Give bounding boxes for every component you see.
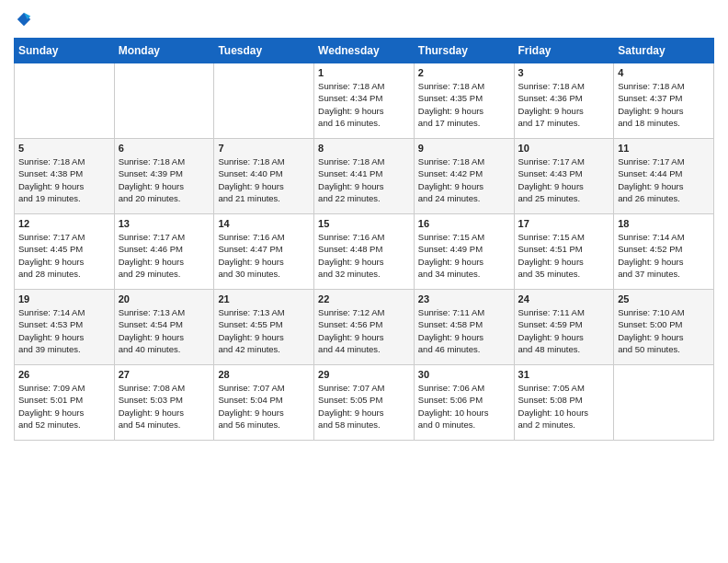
- day-number: 21: [218, 293, 310, 304]
- day-cell-3: 3Sunrise: 7:18 AM Sunset: 4:36 PM Daylig…: [514, 63, 614, 139]
- day-number: 9: [418, 143, 510, 154]
- day-cell-9: 9Sunrise: 7:18 AM Sunset: 4:42 PM Daylig…: [414, 139, 514, 214]
- day-cell-15: 15Sunrise: 7:16 AM Sunset: 4:48 PM Dayli…: [314, 214, 415, 290]
- day-info: Sunrise: 7:18 AM Sunset: 4:37 PM Dayligh…: [618, 80, 710, 129]
- day-cell-7: 7Sunrise: 7:18 AM Sunset: 4:40 PM Daylig…: [214, 139, 314, 214]
- day-info: Sunrise: 7:18 AM Sunset: 4:41 PM Dayligh…: [318, 155, 410, 204]
- day-cell-17: 17Sunrise: 7:15 AM Sunset: 4:51 PM Dayli…: [514, 214, 614, 290]
- day-number: 12: [18, 218, 110, 229]
- day-info: Sunrise: 7:08 AM Sunset: 5:03 PM Dayligh…: [119, 382, 210, 431]
- weekday-tuesday: Tuesday: [214, 39, 314, 63]
- day-info: Sunrise: 7:18 AM Sunset: 4:39 PM Dayligh…: [119, 155, 210, 204]
- day-number: 2: [418, 67, 510, 78]
- day-info: Sunrise: 7:06 AM Sunset: 5:06 PM Dayligh…: [418, 382, 510, 431]
- day-info: Sunrise: 7:18 AM Sunset: 4:40 PM Dayligh…: [218, 155, 310, 204]
- day-number: 13: [119, 218, 210, 229]
- day-number: 24: [518, 293, 610, 304]
- weekday-friday: Friday: [514, 39, 614, 63]
- day-cell-18: 18Sunrise: 7:14 AM Sunset: 4:52 PM Dayli…: [614, 214, 714, 290]
- day-info: Sunrise: 7:14 AM Sunset: 4:53 PM Dayligh…: [18, 306, 110, 355]
- day-number: 3: [518, 67, 610, 78]
- day-number: 4: [618, 67, 710, 78]
- empty-cell: [614, 365, 714, 441]
- day-info: Sunrise: 7:18 AM Sunset: 4:38 PM Dayligh…: [18, 155, 110, 204]
- weekday-saturday: Saturday: [614, 39, 714, 63]
- page: SundayMondayTuesdayWednesdayThursdayFrid…: [0, 0, 728, 450]
- empty-cell: [114, 63, 214, 139]
- day-cell-2: 2Sunrise: 7:18 AM Sunset: 4:35 PM Daylig…: [414, 63, 514, 139]
- day-info: Sunrise: 7:11 AM Sunset: 4:59 PM Dayligh…: [518, 306, 610, 355]
- day-info: Sunrise: 7:14 AM Sunset: 4:52 PM Dayligh…: [618, 231, 710, 280]
- day-info: Sunrise: 7:18 AM Sunset: 4:36 PM Dayligh…: [518, 80, 610, 129]
- day-number: 23: [418, 293, 510, 304]
- day-cell-26: 26Sunrise: 7:09 AM Sunset: 5:01 PM Dayli…: [15, 365, 115, 441]
- header: [14, 9, 714, 29]
- day-cell-8: 8Sunrise: 7:18 AM Sunset: 4:41 PM Daylig…: [314, 139, 415, 214]
- day-cell-31: 31Sunrise: 7:05 AM Sunset: 5:08 PM Dayli…: [514, 365, 614, 441]
- day-cell-29: 29Sunrise: 7:07 AM Sunset: 5:05 PM Dayli…: [314, 365, 415, 441]
- weekday-sunday: Sunday: [15, 39, 115, 63]
- day-number: 18: [618, 218, 710, 229]
- weekday-monday: Monday: [114, 39, 214, 63]
- day-number: 16: [418, 218, 510, 229]
- day-number: 27: [119, 369, 210, 380]
- day-cell-14: 14Sunrise: 7:16 AM Sunset: 4:47 PM Dayli…: [214, 214, 314, 290]
- day-cell-11: 11Sunrise: 7:17 AM Sunset: 4:44 PM Dayli…: [614, 139, 714, 214]
- day-info: Sunrise: 7:16 AM Sunset: 4:47 PM Dayligh…: [218, 231, 310, 280]
- day-cell-19: 19Sunrise: 7:14 AM Sunset: 4:53 PM Dayli…: [15, 290, 115, 365]
- day-info: Sunrise: 7:07 AM Sunset: 5:05 PM Dayligh…: [318, 382, 410, 431]
- day-info: Sunrise: 7:10 AM Sunset: 5:00 PM Dayligh…: [618, 306, 710, 355]
- day-cell-6: 6Sunrise: 7:18 AM Sunset: 4:39 PM Daylig…: [114, 139, 214, 214]
- day-number: 5: [18, 143, 110, 154]
- day-number: 25: [618, 293, 710, 304]
- day-info: Sunrise: 7:11 AM Sunset: 4:58 PM Dayligh…: [418, 306, 510, 355]
- svg-marker-0: [17, 12, 30, 25]
- day-number: 11: [618, 143, 710, 154]
- day-number: 6: [119, 143, 210, 154]
- day-cell-25: 25Sunrise: 7:10 AM Sunset: 5:00 PM Dayli…: [614, 290, 714, 365]
- logo-icon: [16, 11, 32, 28]
- day-number: 17: [518, 218, 610, 229]
- day-number: 29: [318, 369, 410, 380]
- weekday-thursday: Thursday: [414, 39, 514, 63]
- empty-cell: [15, 63, 115, 139]
- day-cell-5: 5Sunrise: 7:18 AM Sunset: 4:38 PM Daylig…: [15, 139, 115, 214]
- week-row-1: 1Sunrise: 7:18 AM Sunset: 4:34 PM Daylig…: [15, 63, 714, 139]
- day-info: Sunrise: 7:18 AM Sunset: 4:42 PM Dayligh…: [418, 155, 510, 204]
- day-cell-24: 24Sunrise: 7:11 AM Sunset: 4:59 PM Dayli…: [514, 290, 614, 365]
- week-row-4: 19Sunrise: 7:14 AM Sunset: 4:53 PM Dayli…: [15, 290, 714, 365]
- day-number: 26: [18, 369, 110, 380]
- day-info: Sunrise: 7:09 AM Sunset: 5:01 PM Dayligh…: [18, 382, 110, 431]
- day-number: 7: [218, 143, 310, 154]
- day-number: 31: [518, 369, 610, 380]
- day-info: Sunrise: 7:17 AM Sunset: 4:44 PM Dayligh…: [618, 155, 710, 204]
- day-info: Sunrise: 7:18 AM Sunset: 4:34 PM Dayligh…: [318, 80, 410, 129]
- day-number: 1: [318, 67, 410, 78]
- week-row-3: 12Sunrise: 7:17 AM Sunset: 4:45 PM Dayli…: [15, 214, 714, 290]
- day-info: Sunrise: 7:13 AM Sunset: 4:55 PM Dayligh…: [218, 306, 310, 355]
- day-info: Sunrise: 7:17 AM Sunset: 4:45 PM Dayligh…: [18, 231, 110, 280]
- day-info: Sunrise: 7:12 AM Sunset: 4:56 PM Dayligh…: [318, 306, 410, 355]
- day-cell-13: 13Sunrise: 7:17 AM Sunset: 4:46 PM Dayli…: [114, 214, 214, 290]
- day-info: Sunrise: 7:15 AM Sunset: 4:51 PM Dayligh…: [518, 231, 610, 280]
- day-number: 8: [318, 143, 410, 154]
- day-info: Sunrise: 7:13 AM Sunset: 4:54 PM Dayligh…: [119, 306, 210, 355]
- weekday-header-row: SundayMondayTuesdayWednesdayThursdayFrid…: [15, 39, 714, 63]
- day-info: Sunrise: 7:07 AM Sunset: 5:04 PM Dayligh…: [218, 382, 310, 431]
- day-cell-23: 23Sunrise: 7:11 AM Sunset: 4:58 PM Dayli…: [414, 290, 514, 365]
- day-info: Sunrise: 7:15 AM Sunset: 4:49 PM Dayligh…: [418, 231, 510, 280]
- day-cell-12: 12Sunrise: 7:17 AM Sunset: 4:45 PM Dayli…: [15, 214, 115, 290]
- day-info: Sunrise: 7:05 AM Sunset: 5:08 PM Dayligh…: [518, 382, 610, 431]
- logo-text: [14, 9, 32, 29]
- week-row-5: 26Sunrise: 7:09 AM Sunset: 5:01 PM Dayli…: [15, 365, 714, 441]
- day-cell-27: 27Sunrise: 7:08 AM Sunset: 5:03 PM Dayli…: [114, 365, 214, 441]
- day-cell-1: 1Sunrise: 7:18 AM Sunset: 4:34 PM Daylig…: [314, 63, 415, 139]
- day-number: 14: [218, 218, 310, 229]
- day-number: 20: [119, 293, 210, 304]
- day-cell-30: 30Sunrise: 7:06 AM Sunset: 5:06 PM Dayli…: [414, 365, 514, 441]
- day-number: 30: [418, 369, 510, 380]
- day-number: 15: [318, 218, 410, 229]
- day-info: Sunrise: 7:17 AM Sunset: 4:43 PM Dayligh…: [518, 155, 610, 204]
- day-cell-20: 20Sunrise: 7:13 AM Sunset: 4:54 PM Dayli…: [114, 290, 214, 365]
- day-cell-4: 4Sunrise: 7:18 AM Sunset: 4:37 PM Daylig…: [614, 63, 714, 139]
